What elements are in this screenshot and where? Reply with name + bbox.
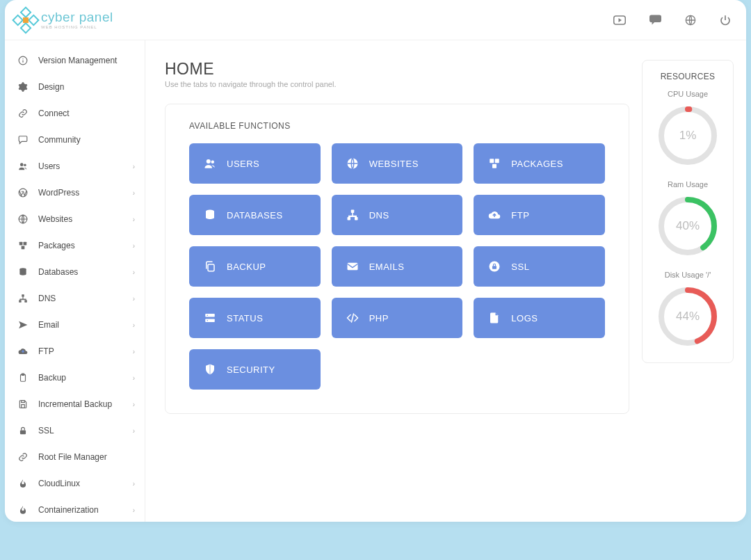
boxes-icon	[487, 157, 501, 170]
func-label: BACKUP	[227, 262, 266, 272]
gauge-disk-usage-: Disk Usage '/' 44%	[656, 271, 720, 349]
gauge-cpu-usage: CPU Usage 1%	[656, 90, 720, 168]
func-users[interactable]: USERS	[189, 143, 321, 184]
flame-icon	[16, 505, 30, 515]
func-backup[interactable]: BACKUP	[189, 246, 321, 287]
sidebar-item-label: Incremental Backup	[38, 399, 112, 409]
func-ftp[interactable]: FTP	[474, 195, 605, 235]
sidebar-item-containerization[interactable]: Containerization ›	[5, 497, 145, 522]
header-actions	[613, 15, 731, 26]
sidebar-item-label: Websites	[38, 214, 72, 224]
sidebar-item-version-management[interactable]: Version Management	[5, 47, 145, 74]
gauge-value: 44%	[656, 285, 720, 349]
file-icon	[487, 312, 501, 324]
svg-rect-9	[22, 246, 25, 250]
func-emails[interactable]: EMAILS	[332, 246, 463, 287]
database-icon	[203, 209, 217, 221]
svg-rect-24	[492, 164, 496, 168]
chevron-right-icon: ›	[133, 401, 135, 408]
sitemap-icon	[346, 209, 360, 221]
svg-rect-8	[24, 242, 27, 246]
svg-rect-26	[350, 210, 354, 214]
sidebar-item-label: Users	[38, 161, 60, 171]
sidebar-item-design[interactable]: Design	[5, 74, 145, 100]
sidebar-item-label: CloudLinux	[38, 479, 80, 488]
svg-point-19	[207, 159, 211, 163]
func-label: WEBSITES	[369, 159, 419, 169]
gauge-ring: 40%	[656, 194, 720, 258]
func-label: STATUS	[227, 313, 263, 323]
gauge-ring: 1%	[656, 104, 720, 168]
sidebar-item-dns[interactable]: DNS ›	[5, 285, 145, 312]
sidebar-item-ssl[interactable]: SSL ›	[5, 417, 145, 444]
brand-sub: WEB HOSTING PANEL	[41, 25, 113, 29]
sidebar-item-ftp[interactable]: FTP ›	[5, 338, 145, 365]
sidebar-item-label: SSL	[38, 426, 54, 435]
sidebar-item-cloudlinux[interactable]: CloudLinux ›	[5, 470, 145, 497]
svg-rect-28	[355, 217, 358, 221]
func-label: SSL	[511, 262, 529, 272]
svg-rect-27	[347, 217, 350, 221]
users-icon	[203, 157, 217, 170]
globe-icon	[346, 157, 360, 170]
func-ssl[interactable]: SSL	[474, 246, 605, 287]
save-icon	[16, 399, 30, 409]
functions-grid: USERS WEBSITES PACKAGES DATABASES DNS FT…	[189, 143, 605, 390]
chevron-right-icon: ›	[133, 189, 135, 197]
svg-point-3	[20, 163, 24, 166]
sidebar-item-backup[interactable]: Backup ›	[5, 365, 145, 391]
chevron-right-icon: ›	[133, 480, 135, 488]
func-security[interactable]: SECURITY	[189, 349, 321, 390]
globe-icon	[16, 214, 30, 224]
func-packages[interactable]: PACKAGES	[474, 143, 605, 184]
func-status[interactable]: STATUS	[189, 298, 321, 338]
func-logs[interactable]: LOGS	[474, 298, 605, 338]
chevron-right-icon: ›	[133, 506, 135, 514]
sidebar-item-connect[interactable]: Connect	[5, 100, 145, 127]
logo-icon	[12, 6, 40, 34]
code-icon	[346, 312, 360, 324]
brand[interactable]: cyber panel WEB HOSTING PANEL	[16, 10, 113, 30]
panel-title: AVAILABLE FUNCTIONS	[189, 121, 605, 131]
func-dns[interactable]: DNS	[332, 195, 463, 235]
cloud-up-icon	[16, 346, 30, 356]
svg-point-4	[24, 164, 26, 167]
power-icon[interactable]	[720, 15, 731, 26]
youtube-icon[interactable]	[613, 15, 626, 25]
globe-icon[interactable]	[685, 15, 696, 26]
svg-rect-34	[205, 319, 215, 323]
sidebar-item-databases[interactable]: Databases ›	[5, 259, 145, 285]
sidebar-item-root-file-manager[interactable]: Root File Manager	[5, 444, 145, 470]
brand-name: cyber panel	[41, 10, 113, 24]
flame-icon	[16, 479, 30, 488]
func-label: FTP	[511, 210, 529, 221]
sidebar-item-websites[interactable]: Websites ›	[5, 206, 145, 232]
svg-rect-33	[205, 314, 215, 317]
copy-icon	[203, 260, 217, 273]
gauge-label: Ram Usage	[668, 180, 708, 189]
database-icon	[16, 267, 30, 277]
sidebar-item-incremental-backup[interactable]: Incremental Backup ›	[5, 391, 145, 417]
sidebar-item-wordpress[interactable]: WordPress ›	[5, 179, 145, 206]
sidebar-item-users[interactable]: Users ›	[5, 153, 145, 179]
gauge-value: 40%	[656, 194, 720, 258]
gauge-label: CPU Usage	[668, 90, 708, 98]
link-icon	[16, 452, 30, 462]
sidebar-item-packages[interactable]: Packages ›	[5, 232, 145, 259]
func-websites[interactable]: WEBSITES	[332, 143, 463, 184]
gauge-ring: 44%	[656, 285, 720, 349]
sidebar-item-label: Email	[38, 320, 59, 330]
gauge-label: Disk Usage '/'	[665, 271, 711, 279]
sidebar-item-label: DNS	[38, 294, 56, 303]
sidebar-item-label: Community	[38, 135, 81, 145]
svg-rect-18	[20, 430, 26, 434]
functions-panel: AVAILABLE FUNCTIONS USERS WEBSITES PACKA…	[165, 104, 629, 414]
sidebar-item-email[interactable]: Email ›	[5, 312, 145, 338]
svg-rect-22	[490, 159, 494, 163]
sidebar-item-community[interactable]: Community	[5, 127, 145, 153]
func-php[interactable]: PHP	[332, 298, 463, 338]
comment-icon	[16, 135, 30, 145]
func-databases[interactable]: DATABASES	[189, 195, 321, 235]
page-subtitle: Use the tabs to navigate through the con…	[165, 80, 629, 88]
chat-icon[interactable]	[649, 15, 661, 25]
